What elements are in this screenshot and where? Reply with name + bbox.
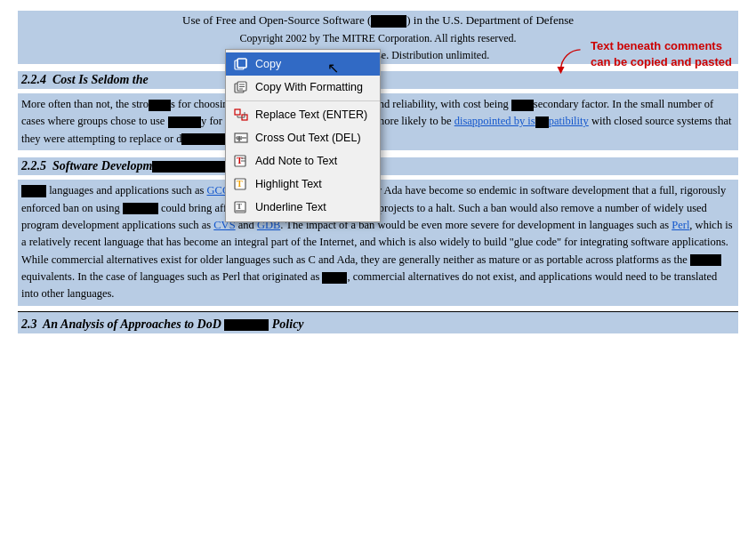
- menu-separator-1: [226, 100, 380, 101]
- underline-icon: T: [233, 200, 249, 214]
- note-icon: T: [233, 154, 249, 168]
- perl-link[interactable]: Perl: [672, 219, 689, 231]
- mouse-cursor: ↖: [327, 60, 339, 76]
- annotation-text: Text beneath comments can be copied and …: [591, 38, 743, 69]
- menu-copy-label: Copy: [255, 58, 281, 70]
- menu-replace-label: Replace Text (ENTER): [255, 108, 367, 121]
- copy-icon: [233, 57, 249, 71]
- menu-item-replace[interactable]: Replace Text (ENTER): [226, 103, 380, 126]
- menu-item-underline[interactable]: T Underline Text: [226, 196, 380, 219]
- menu-addnote-label: Add Note to Text: [255, 155, 337, 167]
- menu-item-copy[interactable]: Copy: [226, 52, 380, 76]
- copy-format-icon: [233, 80, 249, 94]
- menu-underline-label: Underline Text: [255, 201, 326, 213]
- menu-item-copy-formatted[interactable]: Copy With Formatting: [226, 76, 380, 99]
- annotation-container: Text beneath comments can be copied and …: [556, 34, 743, 87]
- compatibility-link[interactable]: patibility: [549, 115, 589, 127]
- menu-item-addnote[interactable]: T Add Note to Text: [226, 149, 380, 173]
- section-23-heading: 2.3 An Analysis of Approaches to DoD Pol…: [18, 311, 738, 333]
- disappointed-link[interactable]: disappointed by is: [454, 115, 535, 127]
- doc-title: Use of Free and Open-Source Software ( )…: [18, 11, 738, 30]
- menu-item-crossout[interactable]: T Cross Out Text (DEL): [226, 126, 380, 149]
- annotation-arrow-svg: [556, 34, 585, 87]
- menu-item-highlight[interactable]: T Highlight Text: [226, 173, 380, 196]
- redacted-1: [371, 15, 406, 28]
- replace-icon: [233, 108, 249, 122]
- document-area: Use of Free and Open-Source Software ( )…: [0, 0, 756, 349]
- context-menu: Copy Copy With Formatting: [225, 49, 381, 222]
- svg-rect-8: [235, 109, 240, 115]
- menu-highlight-label: Highlight Text: [255, 178, 322, 190]
- crossout-icon: T: [233, 131, 249, 145]
- svg-text:T: T: [237, 134, 242, 143]
- svg-text:T: T: [237, 202, 242, 211]
- svg-rect-1: [237, 59, 246, 68]
- menu-crossout-label: Cross Out Text (DEL): [255, 132, 361, 144]
- svg-text:T: T: [237, 179, 243, 189]
- highlight-icon: T: [233, 177, 249, 191]
- menu-copy-formatted-label: Copy With Formatting: [255, 81, 363, 93]
